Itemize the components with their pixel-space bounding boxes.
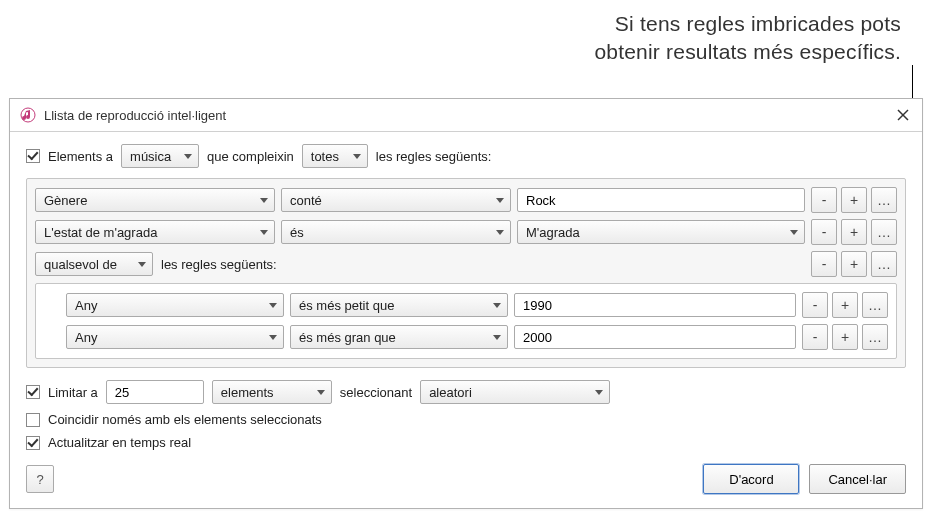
rule-field-select[interactable]: Any: [66, 293, 284, 317]
nested-rules-container: Any és més petit que - + … Any és més gr…: [35, 283, 897, 359]
nest-rule-button[interactable]: …: [871, 251, 897, 277]
rule-field-select[interactable]: L'estat de m'agrada: [35, 220, 275, 244]
callout-line2: obtenir resultats més específics.: [594, 38, 901, 66]
help-button[interactable]: ?: [26, 465, 54, 493]
library-select[interactable]: música: [121, 144, 199, 168]
dialog-title: Llista de reproducció intel·ligent: [44, 108, 894, 123]
dialog-content: Elements a música que compleixin totes l…: [10, 132, 922, 508]
limit-row: Limitar a elements seleccionant aleatori: [26, 380, 906, 404]
titlebar: Llista de reproducció intel·ligent: [10, 99, 922, 132]
quantifier-select[interactable]: totes: [302, 144, 368, 168]
rule-row: Any és més petit que - + …: [44, 292, 888, 318]
remove-rule-button[interactable]: -: [811, 251, 837, 277]
limit-label: Limitar a: [48, 385, 98, 400]
nest-rule-button[interactable]: …: [871, 187, 897, 213]
dialog-footer: ? D'acord Cancel·lar: [26, 464, 906, 494]
limit-method-select[interactable]: aleatori: [420, 380, 610, 404]
remove-rule-button[interactable]: -: [811, 219, 837, 245]
cancel-button[interactable]: Cancel·lar: [809, 464, 906, 494]
remove-rule-button[interactable]: -: [802, 324, 828, 350]
rule-value-select[interactable]: M'agrada: [517, 220, 805, 244]
close-icon: [897, 109, 909, 121]
add-rule-button[interactable]: +: [832, 324, 858, 350]
nest-rule-button[interactable]: …: [862, 292, 888, 318]
smart-playlist-dialog: Llista de reproducció intel·ligent Eleme…: [9, 98, 923, 509]
ok-button[interactable]: D'acord: [703, 464, 799, 494]
nested-header-row: qualsevol de les regles següents: - + …: [35, 251, 897, 277]
limit-checkbox[interactable]: [26, 385, 40, 399]
rules-container: Gènere conté - + … L'estat de m'agrada é…: [26, 178, 906, 368]
add-rule-button[interactable]: +: [841, 251, 867, 277]
rule-operator-select[interactable]: és: [281, 220, 511, 244]
only-checked-row: Coincidir només amb els elements selecci…: [26, 412, 906, 427]
callout-annotation: Si tens regles imbricades pots obtenir r…: [594, 10, 901, 67]
limit-selecting-label: seleccionant: [340, 385, 412, 400]
live-update-label: Actualitzar en temps real: [48, 435, 191, 450]
nested-trailing: les regles següents:: [161, 257, 277, 272]
match-checkbox[interactable]: [26, 149, 40, 163]
live-update-row: Actualitzar en temps real: [26, 435, 906, 450]
match-mid-text: que compleixin: [207, 149, 294, 164]
rule-row: Any és més gran que - + …: [44, 324, 888, 350]
live-update-checkbox[interactable]: [26, 436, 40, 450]
add-rule-button[interactable]: +: [832, 292, 858, 318]
nested-quantifier-select[interactable]: qualsevol de: [35, 252, 153, 276]
app-icon: [20, 107, 36, 123]
remove-rule-button[interactable]: -: [811, 187, 837, 213]
rule-operator-select[interactable]: és més petit que: [290, 293, 508, 317]
rule-operator-select[interactable]: és més gran que: [290, 325, 508, 349]
rule-value-input[interactable]: [514, 325, 796, 349]
nest-rule-button[interactable]: …: [862, 324, 888, 350]
rule-value-input[interactable]: [514, 293, 796, 317]
add-rule-button[interactable]: +: [841, 187, 867, 213]
remove-rule-button[interactable]: -: [802, 292, 828, 318]
match-condition-row: Elements a música que compleixin totes l…: [26, 144, 906, 168]
only-checked-checkbox[interactable]: [26, 413, 40, 427]
rule-operator-select[interactable]: conté: [281, 188, 511, 212]
rule-field-select[interactable]: Any: [66, 325, 284, 349]
limit-unit-select[interactable]: elements: [212, 380, 332, 404]
nest-rule-button[interactable]: …: [871, 219, 897, 245]
rule-value-input[interactable]: [517, 188, 805, 212]
close-button[interactable]: [894, 106, 912, 124]
match-label: Elements a: [48, 149, 113, 164]
match-trailing: les regles següents:: [376, 149, 492, 164]
rule-row: L'estat de m'agrada és M'agrada - + …: [35, 219, 897, 245]
add-rule-button[interactable]: +: [841, 219, 867, 245]
rule-field-select[interactable]: Gènere: [35, 188, 275, 212]
rule-row: Gènere conté - + …: [35, 187, 897, 213]
limit-value-input[interactable]: [106, 380, 204, 404]
callout-line1: Si tens regles imbricades pots: [594, 10, 901, 38]
only-checked-label: Coincidir només amb els elements selecci…: [48, 412, 322, 427]
